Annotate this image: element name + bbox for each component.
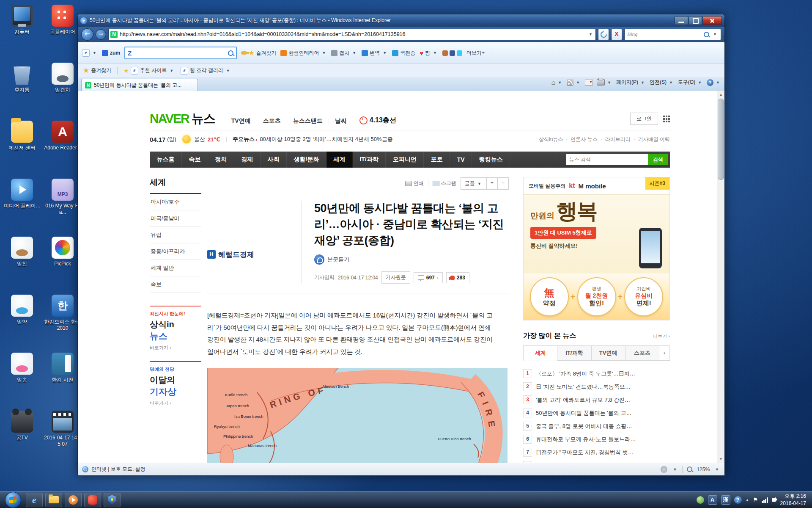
news-logo[interactable]: 뉴스 — [192, 113, 215, 125]
taskbar-security-button[interactable] — [104, 493, 121, 507]
list-item[interactable]: 7日전문가 "구마모토 지진, 경험법칙 벗… — [523, 446, 670, 459]
bing-dropdown-icon[interactable]: ▼ — [712, 32, 718, 36]
nav-ranking[interactable]: 랭킹뉴스 — [472, 152, 510, 168]
toolbar-favorites[interactable]: ★즐겨찾기 — [241, 49, 276, 57]
list-item[interactable]: 2日 '지진 도미노' 건드렸나…북동쪽으… — [523, 380, 670, 393]
original-article-button[interactable]: 기사원문 — [381, 271, 410, 284]
login-button[interactable]: 로그인 — [630, 113, 658, 125]
nav-it[interactable]: IT/과학 — [353, 152, 386, 168]
taskbar-gom-player-button[interactable] — [84, 493, 101, 507]
desktop-icon-hancom-office[interactable]: 한컴오피스 한글 2010 — [42, 293, 83, 351]
chevron-down-icon[interactable]: ▼ — [714, 467, 720, 472]
desktop-icon-gomtv[interactable]: 곰TV — [2, 409, 42, 467]
desktop-icon-computer[interactable]: 컴퓨터 — [2, 3, 42, 61]
major-news-headline[interactable]: 80세이상 10명중 2명 ‘치매’…치매환자 4년새 50%급증 — [260, 135, 392, 143]
menu-sports[interactable]: 스포츠 — [257, 117, 287, 125]
naver-logo[interactable]: NAVER — [150, 112, 189, 125]
list-item[interactable]: 3'불의 고리' 에콰도르서 규모 7.8 강진… — [523, 393, 670, 406]
action-center-flag-icon[interactable]: ⚑ — [753, 497, 758, 503]
toolbar-quick-send[interactable]: 퀵전송 — [392, 50, 415, 57]
scrollbar-thumb[interactable] — [718, 99, 724, 180]
ime-language-icon[interactable]: A — [708, 495, 717, 505]
news-search-button[interactable]: 검색 — [648, 154, 668, 165]
list-item[interactable]: 6휴대전화로 부모께 유서·노모 돌보느라… — [523, 433, 670, 446]
vertical-scrollbar[interactable]: ▲ ▼ — [717, 91, 724, 463]
sidebar-item-breaking[interactable]: 속보 — [150, 276, 201, 293]
nav-photo[interactable]: 포토 — [424, 152, 450, 168]
home-button[interactable]: ⌂▼ — [551, 79, 563, 86]
help-menu[interactable]: ?▼ — [707, 79, 721, 86]
maximize-button[interactable] — [689, 16, 702, 25]
list-item[interactable]: 5중국 졸부, 8명 로봇 여비서 대동 쇼핑… — [523, 420, 670, 433]
url-field[interactable]: N http://news.naver.com/main/read.nhn?oi… — [108, 29, 596, 40]
title-bar[interactable]: e 50년만에 동시다발 꿈틀대는 ‘불의 고리’...아시아 · 중남미로 확… — [78, 14, 724, 27]
desktop-icon-alsong[interactable]: 알송 — [2, 351, 42, 409]
nav-breaking[interactable]: 속보 — [182, 152, 208, 168]
favorites-button[interactable]: ★즐겨찾기 — [83, 66, 111, 75]
print-article-button[interactable]: 인쇄 — [405, 180, 424, 187]
toolbar-browser-menu[interactable]: e▼ — [82, 49, 98, 57]
close-button[interactable] — [702, 16, 722, 25]
desktop-icon-alyac[interactable]: 알약 — [2, 293, 42, 351]
desktop-icon-gom-player[interactable]: 곰플레이어 — [42, 3, 83, 61]
show-hidden-icons-button[interactable]: ▲ — [746, 498, 749, 502]
url-dropdown-icon[interactable]: ▼ — [587, 32, 594, 36]
link-commonsense[interactable]: 상식in뉴스 — [539, 136, 563, 143]
tab-sports[interactable]: 스포츠 — [625, 345, 659, 361]
stop-button[interactable]: X — [611, 29, 622, 40]
refresh-button[interactable] — [598, 29, 609, 40]
list-item[interactable]: 1〈르포〉 '가족 8명이 죽 두그릇'…日지… — [523, 367, 670, 380]
desktop-icon-alcapture[interactable]: 알캡처 — [42, 61, 83, 119]
zum-search-box[interactable]: Z — [124, 47, 237, 59]
tools-menu[interactable]: 도구(O)▼ — [678, 79, 703, 86]
taskbar-explorer-button[interactable] — [45, 493, 62, 507]
tab-world[interactable]: 세계 — [523, 345, 557, 361]
desktop-icon-media-player[interactable]: 미디어 플레이... — [2, 177, 42, 235]
election-link[interactable]: 4.13총선 — [359, 116, 396, 125]
scroll-down-arrow[interactable]: ▼ — [717, 456, 724, 463]
nav-world-active[interactable]: 세계 — [326, 152, 353, 168]
nav-opinion[interactable]: 오피니언 — [386, 152, 424, 168]
volume-icon[interactable] — [772, 498, 775, 502]
nav-politics[interactable]: 정치 — [208, 152, 234, 168]
sidebar-item-mideast[interactable]: 중동/아프리카 — [150, 243, 201, 260]
print-button[interactable]: ▼ — [597, 79, 612, 86]
menu-tv[interactable]: TV연예 — [225, 117, 257, 125]
taskbar-media-player-button[interactable] — [65, 493, 82, 507]
nav-life[interactable]: 생활/문화 — [287, 152, 326, 168]
list-item[interactable]: 450년만에 동시다발 꿈틀대는 '불의 고… — [523, 406, 670, 420]
apps-grid-icon[interactable] — [663, 116, 670, 122]
nav-economy[interactable]: 경제 — [234, 152, 261, 168]
promo-more-link[interactable]: 바로가기 › — [150, 345, 201, 351]
news-search-input[interactable] — [566, 154, 648, 165]
toolbar-capture[interactable]: 캡처▼ — [331, 50, 357, 57]
desktop-icon-picpick[interactable]: PicPick — [42, 235, 83, 293]
most-viewed-more-link[interactable]: 더보기 › — [653, 333, 670, 340]
sidebar-item-europe[interactable]: 유럽 — [150, 227, 201, 243]
feeds-button[interactable]: ▼ — [567, 79, 581, 86]
forward-button[interactable]: → — [96, 29, 106, 40]
nav-tv[interactable]: TV — [450, 152, 472, 168]
toolbar-translate[interactable]: 번역▼ — [362, 50, 388, 57]
tab-it[interactable]: IT/과학 — [557, 345, 591, 361]
tabs-next-button[interactable]: › — [659, 345, 670, 361]
bing-placeholder[interactable]: Bing — [627, 31, 701, 38]
search-icon[interactable] — [704, 32, 709, 37]
font-larger-button[interactable]: + — [486, 178, 497, 189]
ime-globe-icon[interactable] — [697, 496, 704, 504]
toolbar-more[interactable]: 더보기+ — [466, 50, 485, 57]
comments-button[interactable]: 697› — [414, 272, 443, 283]
page-menu[interactable]: 페이지(P)▼ — [616, 79, 646, 86]
read-mail-button[interactable] — [585, 80, 593, 86]
desktop-icon-hancom-dict[interactable]: 한컴 사전 — [42, 351, 83, 409]
bing-search-box[interactable]: Bing ▼ — [624, 29, 721, 40]
web-slice-gallery-button[interactable]: e웹 조각 갤러리▼ — [181, 67, 231, 75]
zoom-level[interactable]: 125% — [697, 467, 710, 472]
toolbar-hanssem[interactable]: 한샘인테리어▼ — [280, 50, 327, 57]
kt-ad-banner[interactable]: 모바일 실용주의 kt M mobile 시즌#3 만원의 행복 1만원 대 U… — [523, 177, 670, 320]
font-smaller-button[interactable]: − — [497, 178, 508, 189]
link-history[interactable]: 기사배열 이력 — [638, 136, 670, 143]
promo-reporter-award[interactable]: 명예의 전당 이달의 기자상 바로가기 › — [150, 361, 201, 406]
list-item[interactable]: 8美 LA 고교에 '성 중립 화장실' 첫 등장 — [523, 459, 670, 463]
desktop-icon-aljip[interactable]: 알집 — [2, 235, 42, 293]
